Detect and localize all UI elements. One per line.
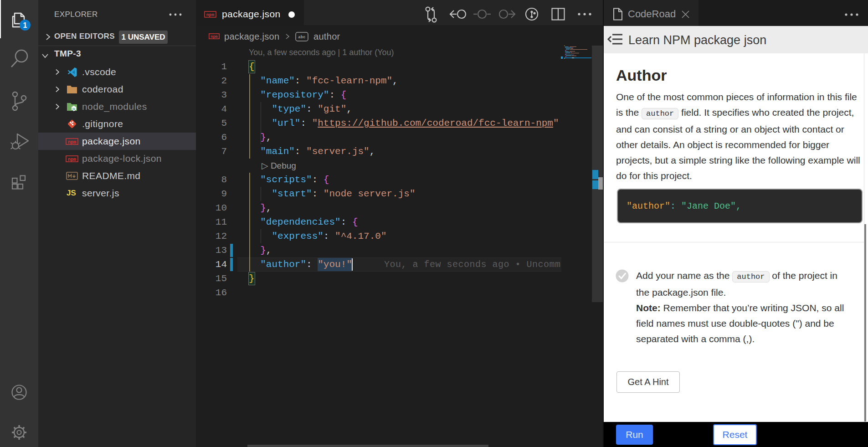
svg-text:npm: npm [68,157,76,162]
svg-text:npm: npm [211,35,217,39]
svg-text:js: js [72,107,75,111]
svg-text:abc: abc [298,35,305,39]
svg-text:1: 1 [23,21,27,29]
svg-text:npm: npm [68,140,76,145]
svg-text:npm: npm [206,12,215,17]
